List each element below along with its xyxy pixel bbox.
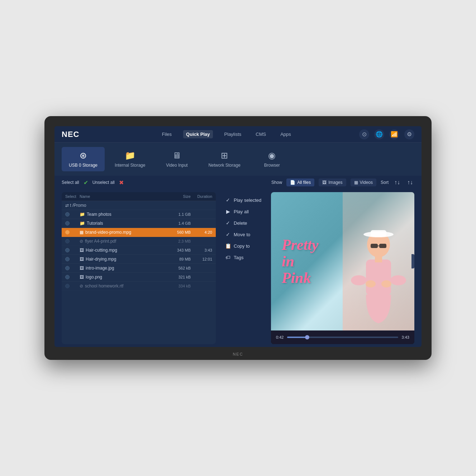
table-row[interactable]: 🖼 intro-image.jpg 562 kB (62, 264, 216, 273)
table-row[interactable]: ⊘ flyer A4-print.pdf 2.3 MB (62, 237, 216, 246)
file-checkbox[interactable] (65, 284, 70, 288)
file-checkbox[interactable] (65, 239, 70, 243)
video-controls: 0:42 3:43 (271, 330, 414, 344)
usb-label: USB 0 Storage (69, 163, 97, 168)
table-row[interactable]: ▦ brand-video-promo.mpg 560 MB 4:20 (62, 228, 216, 237)
file-name-cell: 📁 Tutorials (80, 221, 162, 226)
table-row[interactable]: 📁 Tutorials 1.4 GB (62, 219, 216, 228)
browser-label: Browser (264, 163, 280, 168)
table-row[interactable]: 📁 Team photos 1.1 GB (62, 210, 216, 219)
play-all-button[interactable]: ▶ Play all (220, 206, 267, 216)
wifi-icon[interactable]: 📶 (389, 129, 399, 139)
sort-asc-icon[interactable]: ↑↓ (393, 178, 401, 186)
file-name-cell: 🖼 Hair-cutting.mpg (80, 248, 162, 253)
nav-links: Files Quick Play Playlists CMS Apps (94, 130, 359, 138)
col-size: Size (162, 194, 191, 199)
tv-screen: NEC Files Quick Play Playlists CMS Apps … (54, 126, 422, 347)
file-dur-cell: 3:43 (191, 248, 212, 252)
file-checkbox[interactable] (65, 212, 70, 216)
video-time-end: 3:43 (402, 335, 409, 339)
nav-files[interactable]: Files (159, 130, 175, 138)
svg-point-9 (390, 275, 406, 285)
folder-icon: 📁 (80, 212, 85, 217)
file-size-cell: 562 kB (162, 266, 191, 270)
video-file-icon: 🖼 (80, 257, 84, 262)
nav-quick-play[interactable]: Quick Play (183, 130, 213, 138)
storage-video-input[interactable]: 🖥 Video Input (155, 147, 198, 171)
settings-icon[interactable]: ⚙ (404, 129, 414, 139)
file-size-cell: 1.4 GB (162, 221, 191, 225)
copy-to-button[interactable]: 📋 Copy to (220, 241, 267, 251)
file-checkbox[interactable] (65, 230, 70, 234)
play-selected-button[interactable]: ✓ Play selected (220, 195, 267, 205)
network-storage-icon: ⊞ (221, 151, 228, 161)
video-progress-bar[interactable] (287, 337, 398, 338)
context-menu: ✓ Play selected ▶ Play all ✓ Delete ✓ Mo… (220, 192, 267, 344)
storage-selector: ⊛ USB 0 Storage 📁 Internal Storage 🖥 Vid… (54, 143, 422, 176)
video-panel: PrettyinPink (271, 192, 414, 344)
file-checkbox[interactable] (65, 275, 70, 279)
file-name-cell: 🖼 Hair-drying.mpg (80, 257, 162, 262)
col-select: Select (65, 194, 80, 199)
delete-icon: ✓ (225, 220, 231, 226)
file-size-cell: 2.3 MB (162, 239, 191, 243)
filter-videos[interactable]: ▦ Videos (351, 178, 376, 186)
globe-icon[interactable]: 🌐 (374, 129, 384, 139)
file-checkbox[interactable] (65, 248, 70, 252)
user-icon[interactable]: ⊙ (359, 129, 369, 139)
svg-rect-2 (371, 230, 386, 237)
file-checkbox[interactable] (65, 266, 70, 270)
storage-usb[interactable]: ⊛ USB 0 Storage (62, 147, 105, 171)
file-size-cell: 89 MB (162, 257, 191, 261)
filter-all-files[interactable]: 📄 All files (286, 178, 314, 186)
col-duration: Duration (191, 194, 212, 199)
nav-icons: ⊙ 🌐 📶 ⚙ (359, 129, 414, 139)
svg-rect-6 (366, 260, 391, 295)
move-to-button[interactable]: ✓ Move to (220, 229, 267, 239)
show-label: Show (271, 180, 282, 185)
storage-internal[interactable]: 📁 Internal Storage (108, 147, 152, 171)
unselect-all-label: Unselect all (92, 180, 115, 185)
select-all-icon[interactable]: ✔ (84, 179, 88, 186)
file-name-cell: ⊘ flyer A4-print.pdf (80, 239, 162, 244)
file-size-cell: 334 kB (162, 284, 191, 288)
table-row[interactable]: ⊘ school homework.rtf 334 kB (62, 282, 216, 291)
delete-button[interactable]: ✓ Delete (220, 218, 267, 228)
storage-network[interactable]: ⊞ Network Storage (201, 147, 247, 171)
table-row[interactable]: 🖼 Hair-cutting.mpg 343 MB 3:43 (62, 246, 216, 255)
video-file-icon: 🖼 (80, 248, 84, 253)
svg-rect-4 (379, 244, 386, 248)
nav-playlists[interactable]: Playlists (222, 130, 244, 138)
file-name-cell: ▦ brand-video-promo.mpg (80, 230, 162, 235)
rtf-icon: ⊘ (80, 284, 83, 289)
svg-point-10 (366, 280, 376, 287)
filter-bar: Select all ✔ Unselect all ✖ Show 📄 All f… (54, 176, 422, 189)
play-selected-icon: ✓ (225, 197, 231, 203)
video-file-icon: ▦ (80, 230, 84, 235)
all-files-icon: 📄 (290, 180, 295, 185)
select-all-label: Select all (62, 180, 79, 185)
file-checkbox[interactable] (65, 257, 70, 261)
video-preview: PrettyinPink (271, 192, 414, 330)
file-table-header: Select Name Size Duration (62, 192, 216, 201)
person-svg (346, 227, 411, 330)
video-overlay-text: PrettyinPink (282, 237, 319, 286)
internal-storage-icon: 📁 (125, 151, 135, 161)
copy-to-icon: 📋 (225, 243, 231, 249)
nav-apps[interactable]: Apps (277, 130, 294, 138)
folder-icon: 📁 (80, 221, 85, 226)
table-row[interactable]: 🖼 logo.png 321 kB (62, 273, 216, 282)
video-progress-thumb[interactable] (305, 335, 309, 339)
sort-desc-icon[interactable]: ↑↓ (406, 178, 414, 186)
folder-path-row[interactable]: ⇄ t /Promo (62, 201, 216, 210)
file-dur-cell: 12:01 (191, 257, 212, 261)
play-all-icon: ▶ (225, 209, 231, 214)
file-checkbox[interactable] (65, 221, 70, 225)
nav-cms[interactable]: CMS (253, 130, 269, 138)
table-row[interactable]: 🖼 Hair-drying.mpg 89 MB 12:01 (62, 255, 216, 264)
filter-images[interactable]: 🖼 Images (319, 178, 346, 186)
side-handle[interactable] (411, 254, 414, 268)
tags-button[interactable]: 🏷 Tags (220, 252, 267, 262)
storage-browser[interactable]: ◉ Browser (251, 147, 294, 171)
unselect-all-icon[interactable]: ✖ (119, 179, 124, 186)
